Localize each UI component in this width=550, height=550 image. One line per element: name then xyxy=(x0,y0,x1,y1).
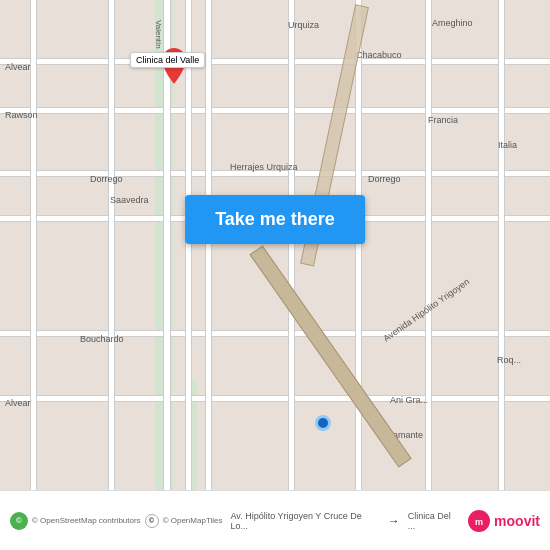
street-v-urquiza xyxy=(288,0,295,490)
street-v-chacabuco xyxy=(355,0,362,490)
label-francia: Francia xyxy=(428,115,458,125)
label-rawson: Rawson xyxy=(5,110,38,120)
label-dorrego-right: Dorrego xyxy=(368,174,401,184)
route-to: Clinica Del ... xyxy=(408,511,460,531)
label-valentin: Valentín xyxy=(154,20,163,49)
street-h-alvear-top xyxy=(0,58,550,65)
street-h-rawson xyxy=(0,107,550,114)
route-arrow: → xyxy=(388,514,400,528)
map-background xyxy=(0,0,550,490)
moovit-logo: m moovit xyxy=(468,510,540,532)
label-chacabuco-top: Chacabuco xyxy=(356,50,402,60)
label-bouchardo: Bouchardo xyxy=(80,334,124,344)
route-from: Av. Hipólito Yrigoyen Y Cruce De Lo... xyxy=(230,511,379,531)
label-urquiza-top: Urquiza xyxy=(288,20,319,30)
label-italia: Italia xyxy=(498,140,517,150)
destination-marker xyxy=(315,415,331,431)
label-alvear-bottom: Alvear xyxy=(5,398,31,408)
moovit-icon: m xyxy=(468,510,490,532)
label-alvear-top: Alvear xyxy=(5,62,31,72)
map-container: Alvear Rawson Dorrego Dorrego Herrajes U… xyxy=(0,0,550,490)
label-ani-gra: Ani Gra... xyxy=(390,395,428,405)
label-herrajes-urquiza: Herrajes Urquiza xyxy=(230,162,298,172)
street-v-valle xyxy=(205,0,212,490)
bottom-bar: © © OpenStreetMap contributors © © OpenM… xyxy=(0,490,550,550)
street-v-saavedra xyxy=(108,0,115,490)
moovit-text: moovit xyxy=(494,513,540,529)
label-roq: Roq... xyxy=(497,355,521,365)
street-v-italia xyxy=(498,0,505,490)
street-v-francia xyxy=(425,0,432,490)
tile-logo: © xyxy=(145,514,159,528)
label-ameghino: Ameghino xyxy=(432,18,473,28)
street-v-maipu xyxy=(185,0,192,490)
svg-text:m: m xyxy=(475,517,483,527)
tile-text: © OpenMapTiles xyxy=(163,516,223,525)
street-v-1 xyxy=(30,0,37,490)
label-dorrego-left: Dorrego xyxy=(90,174,123,184)
street-h-alvear-bottom xyxy=(0,395,550,402)
osm-logo: © xyxy=(10,512,28,530)
osm-text: © OpenStreetMap contributors xyxy=(32,516,141,525)
attribution-text: © © OpenStreetMap contributors © © OpenM… xyxy=(10,512,222,530)
route-info: Av. Hipólito Yrigoyen Y Cruce De Lo... →… xyxy=(230,511,460,531)
label-saavedra: Saavedra xyxy=(110,195,149,205)
origin-marker-label: Clinica del Valle xyxy=(130,52,205,68)
take-me-there-button[interactable]: Take me there xyxy=(185,195,365,244)
